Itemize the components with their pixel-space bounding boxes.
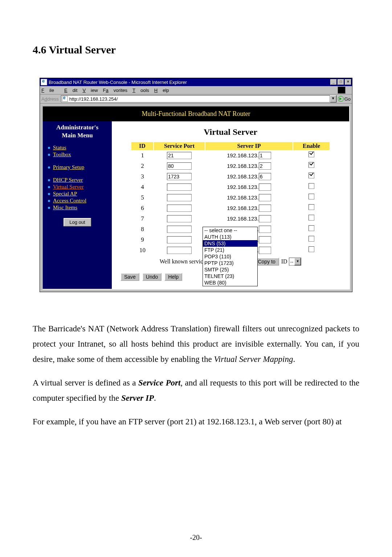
ip-prefix: 192.168.123. — [227, 163, 259, 169]
service-port-input[interactable] — [167, 152, 192, 159]
maximize-button[interactable]: □ — [338, 79, 344, 85]
save-button[interactable]: Save — [121, 273, 139, 281]
wks-option[interactable]: -- select one -- — [203, 227, 257, 234]
wks-option[interactable]: WEB (80) — [203, 279, 257, 286]
wks-option[interactable]: DNS (53) — [203, 240, 257, 247]
service-port-input[interactable] — [167, 215, 192, 222]
copy-to-button[interactable]: Copy to — [254, 258, 279, 266]
paragraph-1: The Barricade's NAT (Network Address Tra… — [33, 321, 359, 367]
sidebar-item-toolbox[interactable]: Toolbox — [53, 152, 71, 157]
ip-prefix: 192.168.123. — [227, 194, 259, 201]
titlebar: Broadband NAT Router Web-Console - Micro… — [40, 78, 352, 86]
server-ip-input[interactable] — [259, 162, 271, 170]
sidebar-item-access-control[interactable]: Access Control — [53, 198, 86, 203]
wks-option[interactable]: POP3 (110) — [203, 253, 257, 260]
enable-checkbox[interactable] — [309, 162, 314, 168]
id-label: ID — [281, 258, 287, 265]
menu-favorites[interactable]: Favorites — [103, 88, 127, 93]
sidebar-item-dhcp[interactable]: DHCP Server — [53, 177, 83, 183]
page-number: -20- — [0, 533, 392, 542]
menu-edit[interactable]: Edit — [64, 88, 77, 93]
service-port-input[interactable] — [167, 247, 192, 254]
ip-prefix: 192.168.123. — [227, 184, 259, 190]
service-port-input[interactable] — [167, 183, 192, 191]
wks-option[interactable]: FTP (21) — [203, 247, 257, 253]
menu-file[interactable]: File — [41, 88, 59, 93]
enable-checkbox[interactable] — [309, 152, 314, 157]
table-row: 7192.168.123. — [131, 213, 330, 224]
sidebar-item-misc[interactable]: Misc Items — [53, 205, 77, 210]
server-ip-input[interactable] — [259, 247, 271, 254]
enable-checkbox[interactable] — [309, 236, 314, 242]
server-ip-input[interactable] — [259, 215, 271, 222]
logout-button[interactable]: Log out — [64, 218, 91, 226]
row-id: 5 — [131, 192, 154, 203]
service-port-input[interactable] — [167, 194, 192, 201]
menu-help[interactable]: Help — [154, 88, 169, 93]
address-label: Address — [41, 96, 59, 102]
sidebar-item-special-ap[interactable]: Special AP — [53, 191, 77, 197]
id-select[interactable]: -- ▼ — [289, 258, 302, 266]
ip-prefix: 192.168.123. — [227, 173, 259, 179]
sidebar-item-virtual-server[interactable]: Virtual Server — [53, 184, 84, 190]
wks-option[interactable]: AUTH (113) — [203, 234, 257, 240]
menu-tools[interactable]: Tools — [132, 88, 149, 93]
server-ip-input[interactable] — [259, 194, 271, 201]
sidebar: Administrator's Main Menu Status Toolbox… — [43, 121, 112, 289]
page-title: Virtual Server — [112, 121, 349, 142]
address-dropdown-button[interactable]: ▼ — [330, 95, 336, 102]
menu-view[interactable]: View — [82, 88, 98, 93]
table-row: 5192.168.123. — [131, 192, 330, 203]
enable-checkbox[interactable] — [309, 215, 314, 221]
ip-prefix: 192.168.123. — [227, 152, 259, 158]
row-id: 9 — [131, 234, 154, 245]
address-input[interactable]: http://192.168.123.254/ — [61, 95, 330, 102]
service-port-input[interactable] — [167, 226, 192, 233]
service-port-input[interactable] — [167, 162, 192, 170]
server-ip-input[interactable] — [259, 205, 271, 212]
server-ip-input[interactable] — [259, 183, 271, 191]
ie-logo-icon — [338, 86, 346, 94]
row-id: 10 — [131, 245, 154, 255]
close-button[interactable]: × — [345, 79, 351, 85]
wks-option[interactable]: TELNET (23) — [203, 273, 257, 279]
table-row: 1192.168.123. — [131, 150, 330, 161]
undo-button[interactable]: Undo — [142, 273, 162, 281]
wks-option[interactable]: PPTP (1723) — [203, 260, 257, 266]
paragraph-2: A virtual server is defined as a Service… — [33, 375, 359, 406]
row-id: 2 — [131, 161, 154, 171]
enable-checkbox[interactable] — [309, 183, 314, 189]
table-row: 4192.168.123. — [131, 182, 330, 192]
server-ip-input[interactable] — [259, 173, 271, 180]
service-port-input[interactable] — [167, 173, 192, 180]
server-ip-input[interactable] — [259, 226, 271, 233]
service-port-input[interactable] — [167, 236, 192, 243]
go-button[interactable]: Go — [338, 96, 351, 102]
row-id: 8 — [131, 224, 154, 234]
menubar: File Edit View Favorites Tools Help — [40, 86, 352, 94]
enable-checkbox[interactable] — [309, 246, 314, 252]
window-title: Broadband NAT Router Web-Console - Micro… — [49, 80, 330, 85]
browser-window: Broadband NAT Router Web-Console - Micro… — [40, 78, 352, 292]
minimize-button[interactable]: _ — [330, 79, 337, 85]
sidebar-item-primary[interactable]: Primary Setup — [53, 164, 84, 170]
sidebar-title: Administrator's Main Menu — [43, 124, 112, 140]
col-id: ID — [131, 142, 154, 150]
wks-option[interactable]: SMTP (25) — [203, 266, 257, 273]
enable-checkbox[interactable] — [309, 194, 314, 199]
address-bar: Address http://192.168.123.254/ ▼ Go — [40, 94, 352, 104]
server-ip-input[interactable] — [259, 236, 271, 243]
service-port-input[interactable] — [167, 205, 192, 212]
server-ip-input[interactable] — [259, 152, 271, 159]
sidebar-item-status[interactable]: Status — [53, 145, 66, 150]
wks-dropdown-list[interactable]: -- select one --AUTH (113)DNS (53)FTP (2… — [203, 227, 258, 286]
enable-checkbox[interactable] — [309, 204, 314, 210]
page-icon — [62, 96, 68, 102]
paragraph-3: For example, if you have an FTP server (… — [33, 414, 359, 429]
table-row: 3192.168.123. — [131, 171, 330, 182]
enable-checkbox[interactable] — [309, 225, 314, 231]
help-button[interactable]: Help — [164, 273, 182, 281]
col-enable: Enable — [293, 142, 330, 150]
enable-checkbox[interactable] — [309, 173, 314, 178]
row-id: 3 — [131, 171, 154, 182]
